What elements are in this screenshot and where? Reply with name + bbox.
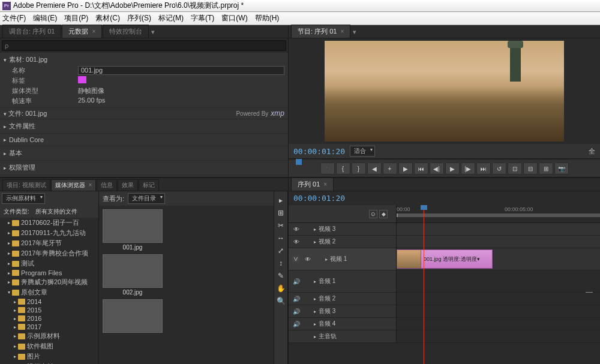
close-icon[interactable]: ×	[89, 182, 92, 188]
tab[interactable]: 媒体浏览器×	[51, 179, 97, 191]
track-header[interactable]: 🔊▸音频 1	[289, 270, 397, 292]
track-expand-icon[interactable]: ▸	[314, 279, 316, 284]
close-icon[interactable]: ×	[92, 28, 95, 35]
tree-node[interactable]: ▸示例原材料	[0, 331, 98, 341]
tool-button[interactable]: 🔍	[275, 295, 287, 307]
transport-button[interactable]: }	[352, 163, 366, 175]
track-content[interactable]	[397, 305, 600, 317]
menu-item[interactable]: 序列(S)	[127, 13, 151, 23]
expand-icon[interactable]: ▸	[12, 354, 18, 359]
track-expand-icon[interactable]: ▸	[314, 309, 316, 314]
transport-button[interactable]: ⏮	[414, 163, 428, 175]
tree-node[interactable]: ▸软件截图	[0, 341, 98, 351]
menu-item[interactable]: 编辑(E)	[33, 13, 57, 23]
tool-button[interactable]: ✋	[275, 282, 287, 294]
transport-button[interactable]: +	[383, 163, 397, 175]
speaker-icon[interactable]: 🔊	[292, 307, 301, 315]
menu-item[interactable]: 字幕(T)	[191, 13, 214, 23]
track-expand-icon[interactable]: ▸	[314, 321, 316, 327]
color-swatch[interactable]	[78, 76, 86, 83]
transport-button[interactable]: |▶	[461, 163, 475, 175]
menu-item[interactable]: 项目(P)	[64, 13, 88, 23]
transport-button[interactable]: ⊡	[508, 163, 522, 175]
transport-button[interactable]: ▶	[445, 163, 460, 175]
tree-node[interactable]: ▸2017年尾牙节	[0, 238, 98, 248]
speaker-icon[interactable]: 🔊	[292, 294, 301, 303]
media-thumbnail[interactable]	[103, 299, 163, 334]
tab[interactable]: 节目: 序列 01×	[291, 25, 350, 38]
tab[interactable]: 标记	[139, 179, 159, 191]
expand-icon[interactable]: ▸	[12, 333, 18, 339]
tree-node[interactable]: ▸2014	[0, 297, 98, 306]
tree-node[interactable]: ▸20170911-九九九活动	[0, 228, 98, 238]
speech-section-header[interactable]: ▾语音分析	[4, 176, 284, 177]
clip-section-header[interactable]: ▾素材: 001.jpg	[4, 54, 284, 65]
tree-node[interactable]: ▸2017	[0, 323, 98, 331]
tool-button[interactable]: ▸	[275, 194, 287, 206]
tab[interactable]: 元数据×	[62, 25, 102, 38]
tool-button[interactable]: ⤢	[275, 245, 287, 257]
track-expand-icon[interactable]: ▸	[314, 334, 316, 339]
program-ruler[interactable]	[289, 158, 600, 160]
close-icon[interactable]: ×	[340, 28, 344, 35]
tree-node[interactable]: ▸2015	[0, 306, 98, 314]
speaker-icon[interactable]: 🔊	[292, 277, 301, 285]
program-monitor-view[interactable]	[325, 41, 564, 142]
transport-button[interactable]: ◀|	[430, 163, 444, 175]
track-header[interactable]: 🔊▸音频 2	[289, 293, 397, 305]
transport-button[interactable]: ⏭	[476, 163, 491, 175]
tree-root-dropdown[interactable]: 示例原材料	[2, 193, 45, 204]
track-expand-icon[interactable]: ▸	[314, 227, 316, 232]
transport-button[interactable]: ⊞	[539, 163, 553, 175]
track-content[interactable]: 001.jpg 透明度:透明度▾	[397, 248, 600, 270]
track-content[interactable]	[397, 270, 600, 292]
metadata-value[interactable]: 001.jpg	[78, 66, 284, 75]
menu-item[interactable]: 帮助(H)	[255, 13, 280, 23]
track-content[interactable]	[397, 236, 600, 248]
media-thumbnail[interactable]: 002.jpg	[103, 254, 163, 296]
media-thumbnail[interactable]: 001.jpg	[103, 209, 163, 251]
expand-icon[interactable]: ▾	[6, 290, 12, 295]
marker-icon[interactable]: ◆	[379, 210, 388, 218]
tab[interactable]: 序列 01×	[291, 178, 334, 191]
track-content[interactable]	[397, 330, 600, 342]
panel-menu-icon[interactable]: ▾	[149, 26, 157, 38]
transport-button[interactable]: {	[336, 163, 350, 175]
metadata-search-input[interactable]	[2, 40, 286, 51]
tab[interactable]: 效果	[118, 179, 138, 191]
tree-node[interactable]: ▸2016	[0, 314, 98, 323]
track-content[interactable]	[397, 293, 600, 305]
track-toggle-icon[interactable]	[303, 307, 311, 315]
eye-icon[interactable]: 👁	[292, 237, 301, 246]
timeline-clip[interactable]: 001.jpg 透明度:透明度▾	[397, 249, 493, 269]
tool-button[interactable]: ⊞	[275, 207, 287, 219]
menu-item[interactable]: 素材(C)	[95, 13, 120, 23]
transport-button[interactable]: ↺	[492, 163, 506, 175]
transport-button[interactable]: ▶	[398, 163, 413, 175]
metadata-section-header[interactable]: ▸权限管理	[4, 162, 284, 173]
tab[interactable]: 调音台: 序列 01	[2, 25, 61, 38]
track-toggle-icon[interactable]	[303, 277, 311, 285]
view-dropdown[interactable]: 文件目录	[128, 193, 165, 204]
transport-button[interactable]: ◾	[320, 163, 335, 175]
expand-icon[interactable]: ▸	[6, 220, 12, 225]
tree-node[interactable]: ▾原创文章	[0, 287, 98, 297]
track-toggle-icon[interactable]	[303, 320, 311, 328]
track-header[interactable]: 👁▸视频 2	[289, 236, 397, 248]
transport-button[interactable]: 📷	[554, 163, 569, 175]
playhead[interactable]	[424, 205, 424, 364]
expand-icon[interactable]: ▸	[12, 308, 18, 313]
transport-button[interactable]: ⊟	[523, 163, 538, 175]
tab[interactable]: 特效控制台	[103, 25, 149, 38]
track-header[interactable]: 🔊▸音频 4	[289, 318, 397, 330]
tree-node[interactable]: ▸图片	[0, 351, 98, 362]
expand-icon[interactable]: ▸	[6, 270, 12, 276]
track-header[interactable]: 👁▸视频 3	[289, 223, 397, 235]
expand-icon[interactable]: ▸	[6, 279, 12, 285]
metadata-section-header[interactable]: ▸文件属性	[4, 121, 284, 132]
tab[interactable]: 项目: 视频测试	[2, 179, 50, 191]
track-header[interactable]: V👁▸视频 1	[289, 248, 397, 270]
tab[interactable]: 信息	[97, 179, 117, 191]
menu-item[interactable]: 窗口(W)	[221, 13, 247, 23]
track-toggle-icon[interactable]	[314, 255, 323, 263]
